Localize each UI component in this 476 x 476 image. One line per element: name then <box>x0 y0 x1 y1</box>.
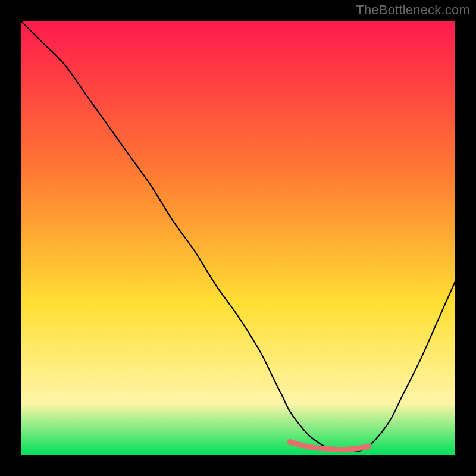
highlight-end-dot <box>365 443 371 449</box>
plot-area <box>21 21 455 455</box>
chart-frame: TheBottleneck.com <box>0 0 476 476</box>
watermark-text: TheBottleneck.com <box>356 2 470 18</box>
gradient-background <box>21 21 455 455</box>
bottleneck-curve-chart <box>21 21 455 455</box>
highlight-start-dot <box>287 439 293 445</box>
